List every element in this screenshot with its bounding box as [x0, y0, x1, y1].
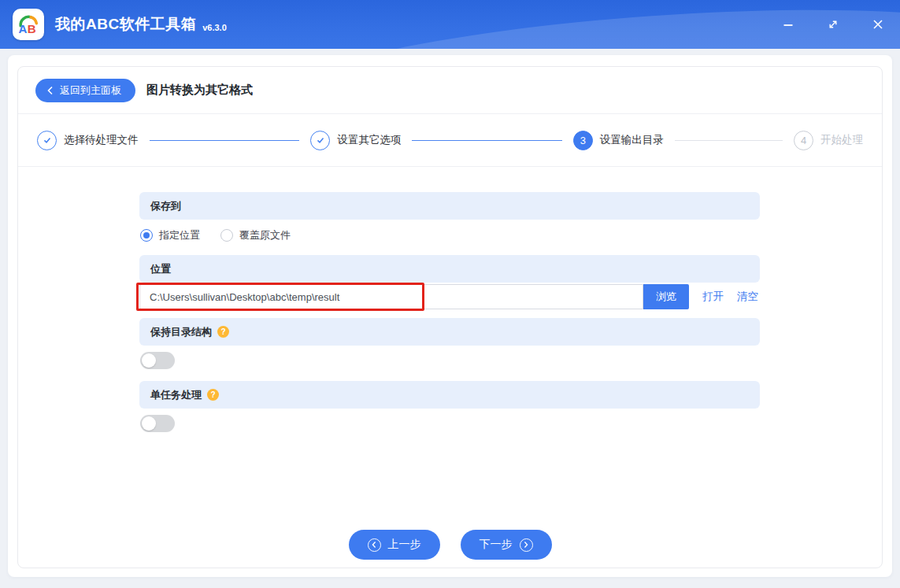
save-to-title: 保存到	[150, 199, 181, 213]
radio-selected-icon	[140, 229, 153, 242]
help-icon[interactable]: ?	[207, 389, 219, 401]
chevron-left-icon	[46, 86, 54, 95]
chevron-left-circle-icon	[368, 538, 381, 552]
location-title: 位置	[150, 262, 171, 276]
radio-unselected-icon	[220, 229, 233, 242]
content-panel: 返回到主面板 图片转换为其它格式 选择待处理文件 设置其它选项	[17, 66, 883, 568]
location-input-row: 浏览 打开 清空	[139, 284, 760, 309]
step-select-files: 选择待处理文件	[37, 131, 139, 150]
back-to-dashboard-button[interactable]: 返回到主面板	[35, 79, 135, 102]
maximize-icon[interactable]	[821, 13, 845, 36]
app-version: v6.3.0	[202, 17, 227, 32]
step2-label: 设置其它选项	[337, 133, 401, 147]
output-path-input[interactable]	[139, 284, 643, 309]
step2-check-icon	[310, 131, 330, 150]
radio-specified-location[interactable]: 指定位置	[140, 228, 200, 242]
radio-overwrite-original[interactable]: 覆盖原文件	[220, 228, 291, 242]
previous-step-button[interactable]: 上一步	[349, 530, 440, 560]
step4-number-badge: 4	[794, 131, 813, 150]
titlebar: A B 我的ABC软件工具箱 v6.3.0	[0, 0, 900, 49]
window-controls	[776, 13, 890, 36]
keep-structure-title: 保持目录结构	[150, 325, 212, 339]
single-task-toggle[interactable]	[140, 415, 175, 432]
help-icon[interactable]: ?	[217, 326, 229, 338]
step4-label: 开始处理	[820, 133, 863, 147]
form-area: 保存到 指定位置 覆盖原文件 位置 浏览	[18, 167, 882, 432]
keep-structure-toggle[interactable]	[140, 352, 175, 369]
section-save-to: 保存到	[139, 192, 760, 220]
close-icon[interactable]	[866, 13, 890, 36]
app-window: A B 我的ABC软件工具箱 v6.3.0	[0, 0, 900, 588]
chevron-right-circle-icon	[520, 538, 533, 552]
single-task-title: 单任务处理	[150, 388, 202, 402]
radio-overwrite-label: 覆盖原文件	[239, 228, 291, 242]
step-output-directory: 3 设置输出目录	[573, 131, 664, 150]
section-single-task: 单任务处理 ?	[139, 381, 760, 409]
step-connector	[150, 140, 300, 141]
wizard-footer: 上一步 下一步	[18, 530, 882, 560]
step3-number-badge: 3	[573, 131, 593, 150]
step3-label: 设置输出目录	[600, 133, 664, 147]
toggle-knob	[142, 353, 156, 368]
radio-specified-label: 指定位置	[159, 228, 200, 242]
app-logo-icon: A B	[13, 9, 44, 40]
step-start-processing: 4 开始处理	[794, 131, 863, 150]
save-to-options: 指定位置 覆盖原文件	[140, 227, 760, 244]
step-indicator: 选择待处理文件 设置其它选项 3 设置输出目录 4 开始处理	[18, 114, 882, 167]
step-other-options: 设置其它选项	[310, 131, 401, 150]
clear-link[interactable]: 清空	[737, 290, 758, 304]
section-keep-structure: 保持目录结构 ?	[139, 318, 760, 346]
previous-step-label: 上一步	[388, 538, 421, 552]
svg-text:A: A	[19, 22, 28, 35]
toggle-knob	[142, 416, 156, 431]
step-connector	[412, 140, 562, 141]
svg-text:B: B	[28, 22, 36, 35]
browse-button[interactable]: 浏览	[643, 284, 689, 309]
step1-check-icon	[37, 131, 57, 150]
back-button-label: 返回到主面板	[60, 83, 121, 98]
next-step-button[interactable]: 下一步	[461, 530, 552, 560]
app-title: 我的ABC软件工具箱	[55, 14, 196, 35]
step-connector	[675, 140, 783, 141]
open-link[interactable]: 打开	[702, 290, 724, 304]
section-location: 位置	[139, 255, 760, 283]
next-step-label: 下一步	[480, 538, 513, 552]
page-title: 图片转换为其它格式	[146, 83, 253, 98]
main-panel: 返回到主面板 图片转换为其它格式 选择待处理文件 设置其它选项	[8, 55, 892, 577]
step1-label: 选择待处理文件	[64, 133, 139, 147]
page-header: 返回到主面板 图片转换为其它格式	[18, 67, 882, 114]
minimize-icon[interactable]	[776, 13, 800, 36]
